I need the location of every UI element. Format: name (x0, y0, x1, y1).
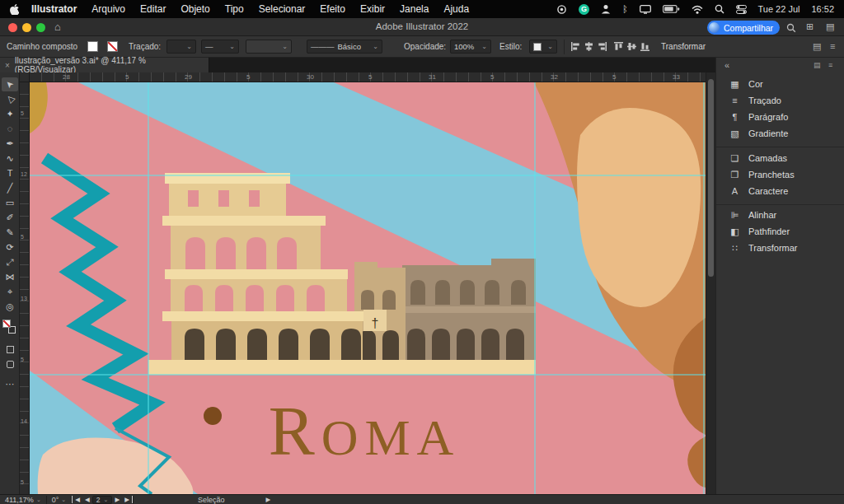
panel-item-caractere[interactable]: A Caractere (716, 183, 844, 199)
screen-mode-icon[interactable] (2, 357, 18, 371)
menu-item-efeito[interactable]: Efeito (312, 3, 353, 15)
menu-item-illustrator[interactable]: Illustrator (24, 3, 84, 15)
transform-link[interactable]: Transformar (661, 42, 706, 51)
fill-indicator-swatch[interactable] (2, 320, 11, 328)
curvature-tool[interactable]: ∿ (2, 152, 18, 166)
width-tool[interactable]: ⋈ (2, 270, 18, 284)
menubar-date[interactable]: Tue 22 Jul (758, 4, 800, 14)
artboard-canvas[interactable]: † ROMA (30, 82, 706, 494)
panel-item-pathfinder[interactable]: ◧ Pathfinder (716, 223, 844, 240)
menu-item-exibir[interactable]: Exibir (353, 3, 392, 15)
drawing-modes-icon[interactable] (2, 343, 18, 357)
wifi-icon[interactable] (692, 5, 703, 14)
paintbrush-tool[interactable]: ✐ (2, 211, 18, 225)
panel-separator (716, 147, 844, 147)
align-top-icon[interactable] (613, 41, 624, 52)
brush-definition-select[interactable]: ——— Básico ⌄ (307, 40, 382, 54)
direct-selection-tool[interactable]: ▷ (2, 92, 18, 106)
align-middle-vertical-icon[interactable] (626, 41, 637, 52)
control-menu-icon[interactable]: ≡ (830, 41, 835, 51)
vertical-ruler[interactable]: 5 12 5 13 5 14 5 (20, 82, 30, 494)
type-tool[interactable]: T (2, 166, 18, 180)
workspace-switcher-icon[interactable]: ▤ (826, 21, 834, 32)
panel-item-camadas[interactable]: ❏ Camadas (716, 150, 844, 166)
close-tab-icon[interactable]: × (5, 61, 10, 70)
ruler-label: 29 (185, 73, 192, 81)
panel-menu-icon[interactable]: ≡ (828, 61, 832, 69)
menu-item-ajuda[interactable]: Ajuda (436, 3, 476, 15)
width-profile-select[interactable]: — ⌄ (201, 40, 239, 54)
status-expand-icon[interactable]: ▶ (266, 496, 271, 503)
ruler-origin-corner[interactable] (20, 72, 30, 82)
fill-color-swatch[interactable] (87, 41, 98, 52)
artboard-number-select[interactable]: 2 ⌄ (92, 496, 113, 504)
pen-tool[interactable]: ✒ (2, 137, 18, 151)
apple-menu-icon[interactable] (10, 4, 19, 15)
align-left-icon[interactable] (570, 41, 581, 52)
pencil-tool[interactable]: ✎ (2, 226, 18, 240)
line-segment-tool-icon: ╱ (7, 184, 13, 193)
spotlight-search-icon[interactable] (715, 4, 724, 14)
display-icon[interactable] (640, 5, 651, 14)
style-label: Estilo: (499, 42, 522, 51)
magic-wand-tool[interactable]: ✦ (2, 107, 18, 121)
panel-item-transformar[interactable]: ∷ Transformar (716, 240, 844, 256)
pen-tool-icon: ✒ (6, 139, 13, 148)
menubar-time[interactable]: 16:52 (811, 4, 834, 14)
menu-item-editar[interactable]: Editar (133, 3, 173, 15)
stroke-color-swatch[interactable] (107, 41, 118, 52)
first-artboard-button[interactable]: ◀ (72, 496, 82, 503)
graphic-style-select[interactable]: ⌄ (529, 40, 557, 54)
edit-toolbar-icon[interactable]: ⋯ (2, 377, 18, 391)
zoom-level-select[interactable]: 411,17% ⌄ (0, 496, 46, 504)
lasso-tool[interactable]: ◌ (2, 122, 18, 136)
dot-marker[interactable] (204, 407, 222, 425)
menu-item-tipo[interactable]: Tipo (218, 3, 251, 15)
user-icon[interactable] (601, 4, 611, 14)
rotation-select[interactable]: 0° ⌄ (47, 496, 71, 504)
illustration: † ROMA (30, 82, 706, 494)
rotate-tool[interactable]: ⟳ (2, 240, 18, 254)
bluetooth-icon[interactable]: ᛒ (622, 4, 628, 14)
share-button[interactable]: Compartilhar (707, 21, 780, 35)
grammarly-icon[interactable]: G (579, 4, 589, 15)
scrollbar-thumb[interactable] (708, 79, 714, 277)
vertical-scrollbar[interactable] (706, 72, 715, 494)
panel-item-tracado[interactable]: ≡ Traçado (716, 92, 844, 109)
arrange-documents-icon[interactable]: ⊞ (806, 21, 814, 32)
battery-icon[interactable] (663, 5, 680, 13)
variable-width-select[interactable]: ⌄ (246, 40, 292, 54)
eyedropper-tool[interactable]: ⌖ (2, 285, 18, 299)
control-center-icon[interactable] (736, 5, 747, 14)
previous-artboard-button[interactable]: ◀ (82, 496, 92, 503)
line-segment-tool[interactable]: ╱ (2, 181, 18, 195)
panel-item-alinhar[interactable]: ⊫ Alinhar (716, 207, 844, 223)
menu-item-selecionar[interactable]: Selecionar (251, 3, 313, 15)
control-grid-icon[interactable]: ▤ (813, 41, 821, 52)
zoom-tool[interactable]: ◎ (2, 300, 18, 314)
panel-item-cor[interactable]: ▦ Cor (716, 76, 844, 92)
align-bottom-icon[interactable] (640, 41, 650, 52)
search-icon[interactable] (786, 23, 796, 35)
last-artboard-button[interactable]: ▶ (122, 496, 133, 503)
rectangle-tool[interactable]: ▭ (2, 196, 18, 210)
align-right-icon[interactable] (597, 41, 607, 52)
menu-item-objeto[interactable]: Objeto (173, 3, 217, 15)
screen-record-icon[interactable] (556, 4, 567, 15)
opacity-select[interactable]: 100% ⌄ (450, 40, 491, 54)
panel-item-gradiente[interactable]: ▧ Gradiente (716, 125, 844, 142)
collapse-panels-icon[interactable]: « (724, 60, 729, 70)
panel-item-pranchetas[interactable]: ❐ Pranchetas (716, 166, 844, 183)
panel-grid-icon[interactable]: ▤ (814, 61, 821, 69)
menu-item-arquivo[interactable]: Arquivo (84, 3, 133, 15)
align-center-horizontal-icon[interactable] (584, 41, 594, 52)
menu-item-janela[interactable]: Janela (392, 3, 436, 15)
selection-tool[interactable]: ➤ (2, 77, 18, 91)
scale-tool[interactable]: ⤢ (2, 255, 18, 269)
panel-item-paragrafo[interactable]: ¶ Parágrafo (716, 109, 844, 125)
fill-stroke-indicator[interactable] (2, 320, 17, 336)
document-tab[interactable]: × Ilustração_versão 3.ai* @ 411,17 % (RG… (0, 58, 209, 72)
next-artboard-button[interactable]: ▶ (112, 496, 122, 503)
horizontal-ruler[interactable]: 28 5 29 5 30 5 31 5 32 5 33 (30, 72, 706, 82)
stroke-weight-select[interactable]: ⌄ (166, 40, 196, 54)
